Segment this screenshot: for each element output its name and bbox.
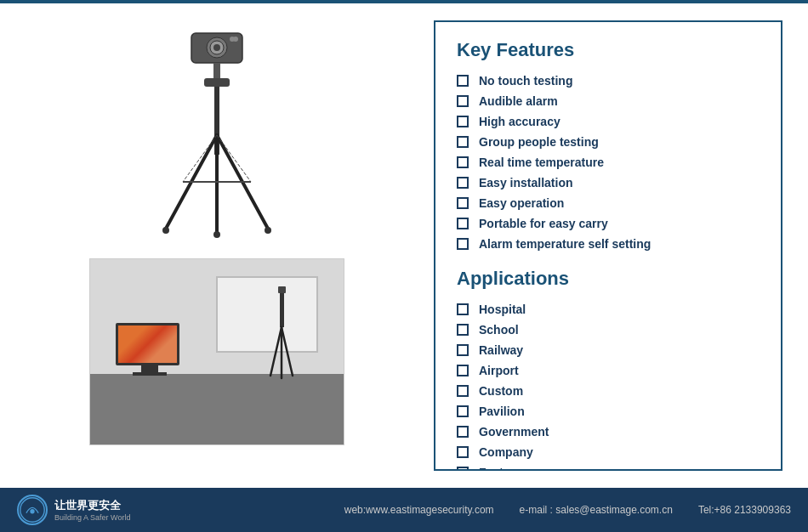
- app-checkbox-9: [457, 467, 469, 471]
- app-checkbox-5: [457, 385, 469, 397]
- app-checkbox-1: [457, 303, 469, 315]
- tripod-image-area: [89, 20, 344, 250]
- app-label-4: Airport: [479, 364, 519, 377]
- app-label-1: Hospital: [479, 303, 526, 316]
- app-checkbox-8: [457, 446, 469, 458]
- tel-label: Tel:: [698, 504, 714, 516]
- app-label-2: School: [479, 323, 519, 337]
- tripod-camera-illustration: [140, 25, 293, 246]
- svg-line-22: [282, 327, 293, 376]
- feature-item-1: No touch testing: [457, 74, 760, 88]
- feature-label-6: Easy installation: [479, 176, 572, 190]
- checkbox-icon-8: [457, 218, 469, 229]
- logo-circle-icon: [17, 495, 48, 525]
- footer-tel: Tel:+86 2133909363: [698, 504, 791, 516]
- app-label-3: Railway: [479, 343, 523, 357]
- web-url: www.eastimagesecurity.com: [366, 504, 494, 516]
- room-floor: [90, 374, 344, 444]
- checkbox-icon-3: [457, 116, 469, 127]
- svg-rect-6: [213, 63, 220, 80]
- feature-label-5: Real time temperature: [479, 156, 604, 169]
- app-label-5: Custom: [479, 384, 523, 398]
- feature-item-5: Real time temperature: [457, 156, 760, 169]
- app-item-5: Custom: [457, 384, 760, 398]
- app-item-1: Hospital: [457, 303, 760, 316]
- logo-main-text: 让世界更安全: [54, 498, 130, 513]
- feature-item-4: Group people testing: [457, 135, 760, 149]
- app-item-8: Company: [457, 445, 760, 459]
- app-item-2: School: [457, 323, 760, 337]
- applications-title: Applications: [457, 268, 760, 290]
- svg-point-14: [265, 227, 271, 234]
- feature-label-7: Easy operation: [479, 196, 564, 210]
- app-item-9: Factory: [457, 466, 760, 471]
- app-label-9: Factory: [479, 466, 522, 471]
- feature-item-8: Portable for easy carry: [457, 217, 760, 230]
- footer: 让世界更安全 Building A Safer World web:www.ea…: [0, 488, 808, 532]
- web-label: web:: [344, 504, 366, 516]
- feature-list: No touch testing Audible alarm High accu…: [457, 74, 760, 251]
- app-item-4: Airport: [457, 364, 760, 377]
- email-label: e-mail :: [520, 504, 553, 516]
- checkbox-icon-2: [457, 95, 469, 107]
- feature-item-3: High accuracy: [457, 115, 760, 128]
- app-checkbox-3: [457, 344, 469, 356]
- room-monitor: [116, 323, 184, 374]
- logo-sub-text: Building A Safer World: [54, 513, 130, 522]
- svg-point-13: [213, 231, 220, 238]
- svg-line-20: [270, 327, 282, 376]
- checkbox-icon-1: [457, 75, 469, 87]
- svg-point-24: [30, 509, 34, 513]
- right-panel: Key Features No touch testing Audible al…: [434, 20, 782, 471]
- svg-rect-18: [278, 286, 286, 293]
- monitor-base: [133, 372, 167, 376]
- checkbox-icon-4: [457, 136, 469, 148]
- applications-list: Hospital School Railway Airport Custom P…: [457, 303, 760, 471]
- svg-point-3: [213, 44, 220, 51]
- monitor-screen: [116, 323, 179, 365]
- left-panel: [26, 20, 408, 471]
- email-value: sales@eastimage.com.cn: [555, 504, 673, 516]
- checkbox-icon-9: [457, 238, 469, 250]
- svg-point-12: [162, 227, 169, 234]
- main-content: Key Features No touch testing Audible al…: [0, 3, 808, 488]
- footer-email: e-mail : sales@eastimage.com.cn: [520, 504, 673, 516]
- monitor-stand: [141, 365, 158, 372]
- room-tripod-svg: [267, 286, 297, 380]
- checkbox-icon-6: [457, 177, 469, 189]
- room-scene: [90, 259, 344, 444]
- app-item-7: Government: [457, 425, 760, 439]
- app-checkbox-7: [457, 426, 469, 438]
- feature-label-1: No touch testing: [479, 74, 572, 88]
- app-checkbox-2: [457, 324, 469, 336]
- footer-web: web:www.eastimagesecurity.com: [344, 504, 494, 516]
- feature-label-2: Audible alarm: [479, 94, 558, 108]
- feature-item-2: Audible alarm: [457, 94, 760, 108]
- app-label-8: Company: [479, 445, 533, 459]
- checkbox-icon-7: [457, 197, 469, 209]
- app-checkbox-4: [457, 365, 469, 376]
- svg-point-5: [233, 37, 238, 42]
- checkbox-icon-5: [457, 156, 469, 168]
- feature-label-4: Group people testing: [479, 135, 599, 149]
- app-item-3: Railway: [457, 343, 760, 357]
- tel-value: +86 2133909363: [714, 504, 791, 516]
- feature-label-9: Alarm temperature self setting: [479, 237, 651, 251]
- features-title: Key Features: [457, 39, 760, 61]
- app-label-7: Government: [479, 425, 549, 439]
- app-item-6: Pavilion: [457, 405, 760, 418]
- footer-logo: 让世界更安全 Building A Safer World: [17, 495, 130, 525]
- feature-label-3: High accuracy: [479, 115, 560, 128]
- footer-contact: web:www.eastimagesecurity.com e-mail : s…: [344, 504, 791, 516]
- feature-item-9: Alarm temperature self setting: [457, 237, 760, 251]
- feature-item-6: Easy installation: [457, 176, 760, 190]
- room-image-area: [89, 258, 344, 445]
- feature-item-7: Easy operation: [457, 196, 760, 210]
- svg-rect-7: [204, 78, 230, 87]
- app-checkbox-6: [457, 405, 469, 417]
- app-label-6: Pavilion: [479, 405, 525, 418]
- logo-text-block: 让世界更安全 Building A Safer World: [54, 498, 130, 522]
- feature-label-8: Portable for easy carry: [479, 217, 608, 230]
- svg-rect-19: [280, 293, 284, 327]
